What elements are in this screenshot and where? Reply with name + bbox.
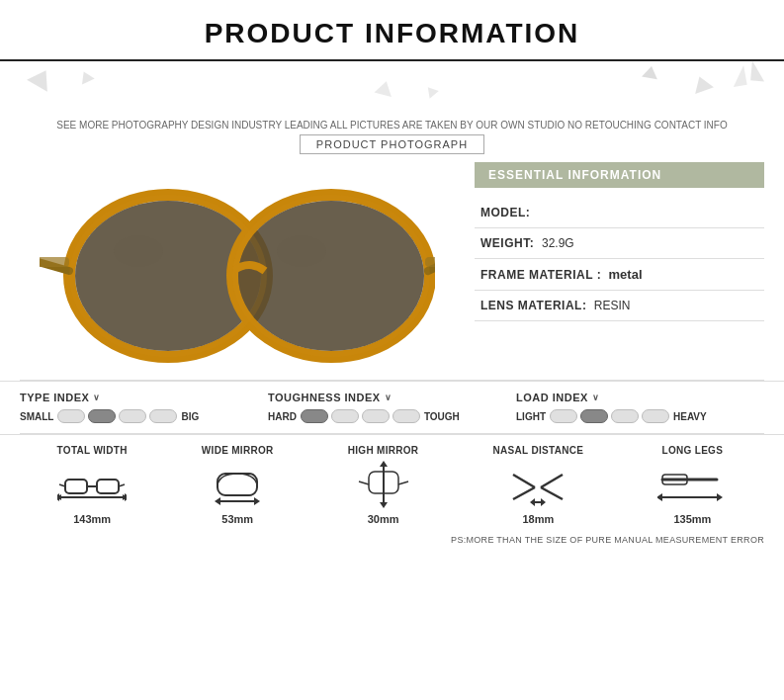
high-mirror-icon [349, 460, 418, 509]
meas-wide-mirror: WIDE MIRROR 53mm [202, 445, 274, 525]
load-seg-2 [580, 409, 608, 423]
load-index-group: LOAD INDEX ∨ LIGHT HEAVY [516, 392, 764, 423]
toughness-index-bar: HARD TOUGH [268, 409, 516, 423]
toughness-segments [301, 409, 420, 423]
wide-mirror-label: WIDE MIRROR [202, 445, 274, 456]
total-width-label: TOTAL WIDTH [57, 445, 128, 456]
page-title: PRODUCT INFORMATION [0, 18, 784, 49]
load-heavy-label: HEAVY [673, 411, 707, 422]
meas-total-width: TOTAL WIDTH 143mm [57, 445, 128, 525]
svg-marker-32 [541, 498, 546, 506]
main-content: ESSENTIAL INFORMATION MODEL: WEIGHT: 32.… [0, 162, 784, 380]
load-index-title: LOAD INDEX ∨ [516, 392, 764, 403]
toughness-tough-label: TOUGH [424, 411, 460, 422]
type-index-chevron: ∨ [93, 393, 101, 402]
svg-marker-23 [254, 497, 260, 505]
toughness-index-group: TOUGHNESS INDEX ∨ HARD TOUGH [268, 392, 516, 423]
load-seg-1 [550, 409, 577, 423]
svg-marker-22 [215, 497, 220, 505]
toughness-seg-4 [392, 409, 420, 423]
long-legs-value: 135mm [673, 513, 711, 525]
header: PRODUCT INFORMATION [0, 0, 784, 61]
nasal-distance-label: NASAL DISTANCE [493, 445, 584, 456]
photo-label-section: SEE MORE PHOTOGRAPHY DESIGN INDUSTRY LEA… [0, 116, 784, 162]
svg-marker-25 [380, 461, 388, 467]
lens-label: LENS MATERIAL: [480, 299, 586, 312]
fold-decor-7 [730, 65, 746, 87]
type-seg-3 [119, 409, 146, 423]
long-legs-label: LONG LEGS [662, 445, 724, 456]
nasal-distance-icon [503, 460, 572, 509]
essential-info-header: ESSENTIAL INFORMATION [475, 162, 764, 188]
load-index-chevron: ∨ [592, 393, 600, 402]
type-index-title: TYPE INDEX ∨ [20, 392, 268, 403]
weight-label: WEIGHT: [480, 236, 538, 250]
frame-value: metal [609, 267, 643, 282]
high-mirror-value: 30mm [368, 513, 399, 525]
fold-decor-3 [642, 65, 659, 80]
total-width-icon [57, 460, 127, 509]
toughness-seg-2 [331, 409, 359, 423]
fold-decor-5 [374, 79, 394, 97]
type-index-bar: SMALL BIG [20, 409, 268, 423]
type-index-label: TYPE INDEX [20, 392, 89, 403]
essential-info-panel: ESSENTIAL INFORMATION MODEL: WEIGHT: 32.… [475, 162, 764, 321]
high-mirror-label: HIGH MIRROR [348, 445, 419, 456]
toughness-index-label: TOUGHNESS INDEX [268, 392, 381, 403]
fold-decor-4 [77, 69, 94, 85]
product-image-area [20, 162, 455, 380]
toughness-index-title: TOUGHNESS INDEX ∨ [268, 392, 516, 403]
fold-decor-1 [27, 64, 56, 92]
load-seg-4 [642, 409, 669, 423]
svg-rect-8 [40, 257, 69, 267]
nasal-distance-value: 18mm [522, 513, 554, 525]
measurements-row: TOTAL WIDTH 143mm WIDE MIRROR [20, 445, 764, 525]
long-legs-icon [657, 460, 727, 509]
fold-decor-6 [423, 83, 439, 98]
meas-long-legs: LONG LEGS 135mm [657, 445, 727, 525]
frame-label: FRAME MATERIAL : [480, 268, 601, 282]
measurements-section: TOTAL WIDTH 143mm WIDE MIRROR [0, 434, 784, 531]
info-row-frame: FRAME MATERIAL : metal [475, 259, 764, 291]
wide-mirror-value: 53mm [221, 513, 253, 525]
svg-marker-36 [657, 493, 662, 501]
index-section: TYPE INDEX ∨ SMALL BIG TOUGHNESS INDEX ∨ [0, 381, 784, 433]
type-index-group: TYPE INDEX ∨ SMALL BIG [20, 392, 268, 423]
type-seg-2 [88, 409, 116, 423]
svg-marker-37 [717, 493, 723, 501]
meas-high-mirror: HIGH MIRROR 30mm [348, 445, 419, 525]
meas-nasal-distance: NASAL DISTANCE 18mm [493, 445, 584, 525]
load-segments [550, 409, 669, 423]
toughness-seg-3 [362, 409, 390, 423]
toughness-seg-1 [301, 409, 328, 423]
info-row-lens: LENS MATERIAL: RESIN [475, 291, 764, 321]
weight-value: 32.9G [542, 236, 574, 250]
svg-line-28 [359, 481, 369, 484]
decorative-area [0, 61, 784, 116]
type-big-label: BIG [181, 411, 199, 422]
load-seg-3 [611, 409, 639, 423]
fold-decor-2 [690, 73, 714, 94]
svg-rect-14 [97, 480, 119, 493]
svg-marker-26 [380, 502, 388, 508]
info-row-weight: WEIGHT: 32.9G [475, 228, 764, 259]
footer-note: PS:MORE THAN THE SIZE OF PURE MANUAL MEA… [0, 531, 784, 553]
fold-decor-8 [750, 60, 766, 81]
index-row: TYPE INDEX ∨ SMALL BIG TOUGHNESS INDEX ∨ [20, 392, 764, 423]
wide-mirror-icon [203, 460, 272, 509]
sunglasses-image [40, 172, 435, 370]
svg-rect-13 [65, 480, 87, 493]
type-small-label: SMALL [20, 411, 53, 422]
total-width-value: 143mm [73, 513, 111, 525]
type-segments [57, 409, 177, 423]
load-index-bar: LIGHT HEAVY [516, 409, 764, 423]
type-seg-4 [149, 409, 177, 423]
load-light-label: LIGHT [516, 411, 546, 422]
photo-label-box: PRODUCT PHOTOGRAPH [300, 134, 484, 154]
load-index-label: LOAD INDEX [516, 392, 588, 403]
toughness-hard-label: HARD [268, 411, 297, 422]
type-seg-1 [57, 409, 85, 423]
svg-line-29 [398, 481, 408, 484]
svg-rect-9 [425, 257, 435, 267]
toughness-index-chevron: ∨ [385, 393, 392, 402]
